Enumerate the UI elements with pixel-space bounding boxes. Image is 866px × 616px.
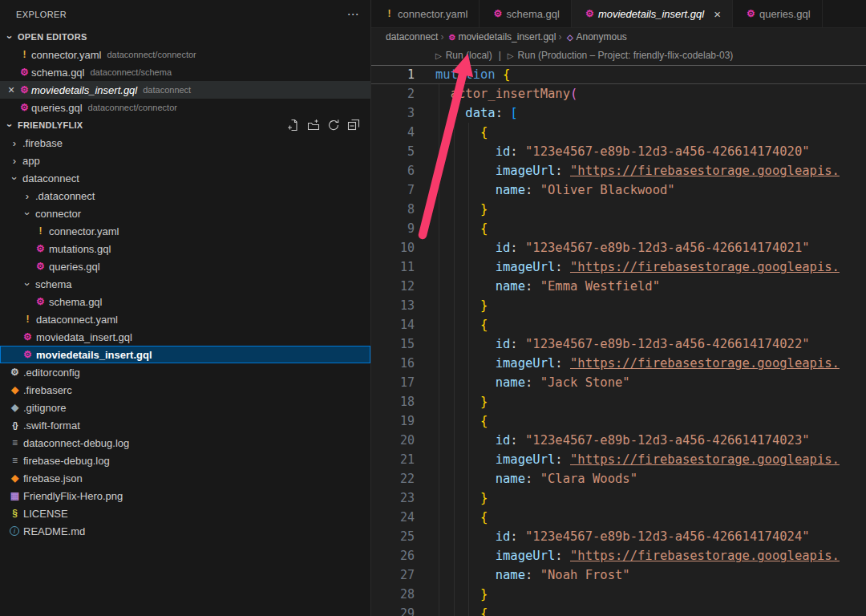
tree-item[interactable]: ›connector xyxy=(0,205,370,222)
tree-item[interactable]: ›schema xyxy=(0,275,370,293)
open-editors-header[interactable]: › OPEN EDITORS xyxy=(0,28,370,46)
code-line[interactable]: 29 { xyxy=(371,604,866,616)
code-line[interactable]: 27 name: "Noah Frost" xyxy=(371,565,866,585)
tree-item[interactable]: ≡firebase-debug.log xyxy=(0,452,370,469)
code-line[interactable]: 14 { xyxy=(371,315,866,334)
explorer-sidebar: EXPLORER ⋯ › OPEN EDITORS !connector.yam… xyxy=(0,0,371,616)
code-line[interactable]: 28 } xyxy=(371,585,866,604)
gql-icon: ⚙ xyxy=(34,243,47,254)
tree-item[interactable]: ▦FriendlyFlix-Hero.png xyxy=(0,487,370,505)
file-name: .swift-format xyxy=(23,419,80,432)
code-line[interactable]: 9 { xyxy=(371,219,866,238)
line-number: 6 xyxy=(371,161,415,180)
tree-item[interactable]: ≡dataconnect-debug.log xyxy=(0,434,370,452)
tree-item[interactable]: ›app xyxy=(0,152,370,169)
run-local-link[interactable]: Run (local) xyxy=(446,50,492,61)
breadcrumb-item[interactable]: dataconnect xyxy=(386,31,438,43)
collapse-folders-button[interactable] xyxy=(347,119,360,132)
explorer-header: EXPLORER ⋯ xyxy=(0,0,370,28)
code-line[interactable]: 4 { xyxy=(371,123,866,142)
code-line[interactable]: 25 id: "123e4567-e89b-12d3-a456-42661417… xyxy=(371,527,866,546)
code-line[interactable]: 18 } xyxy=(371,392,866,411)
workspace-header[interactable]: › FRIENDLYFLIX xyxy=(0,116,370,134)
yaml-icon: ! xyxy=(34,225,47,237)
tree-item[interactable]: ›.dataconnect xyxy=(0,187,370,205)
code-line[interactable]: 10 id: "123e4567-e89b-12d3-a456-42661417… xyxy=(371,238,866,257)
tree-item[interactable]: ◆firebase.json xyxy=(0,469,370,487)
code-area[interactable]: 1mutation {2 actor_insertMany(3 data: [4… xyxy=(371,65,866,616)
tree-item[interactable]: !dataconnect.yaml xyxy=(0,310,370,328)
tree-item[interactable]: iREADME.md xyxy=(0,522,370,540)
breadcrumb-item[interactable]: ⚙moviedetails_insert.gql xyxy=(446,31,556,43)
line-number: 15 xyxy=(371,334,415,354)
tree-item[interactable]: ›dataconnect xyxy=(0,169,370,187)
open-editor-item[interactable]: ×⚙moviedetails_insert.gqldataconnect xyxy=(0,81,370,99)
code-line[interactable]: 19 { xyxy=(371,411,866,431)
tab-label: connector.yaml xyxy=(398,8,467,20)
line-content: mutation { xyxy=(435,65,510,84)
tree-item[interactable]: {}.swift-format xyxy=(0,416,370,434)
tree-item[interactable]: ›.firebase xyxy=(0,134,370,152)
file-name: mutations.gql xyxy=(49,243,111,255)
more-actions-icon[interactable]: ⋯ xyxy=(347,7,359,22)
line-number: 25 xyxy=(371,527,415,546)
line-content: name: "Clara Woods" xyxy=(435,469,637,488)
line-content: imageUrl: "https://firebasestorage.googl… xyxy=(435,161,840,180)
tree-item[interactable]: §LICENSE xyxy=(0,505,370,522)
close-icon[interactable]: × xyxy=(714,7,721,21)
tree-item[interactable]: ⚙schema.gql xyxy=(0,293,370,310)
code-line[interactable]: 5 id: "123e4567-e89b-12d3-a456-426614174… xyxy=(371,142,866,161)
editor-tab[interactable]: ⚙schema.gql xyxy=(480,0,571,27)
code-line[interactable]: 11 imageUrl: "https://firebasestorage.go… xyxy=(371,257,866,277)
gql-icon: ⚙ xyxy=(21,349,34,360)
code-line[interactable]: 24 { xyxy=(371,508,866,527)
breadcrumb-label: dataconnect xyxy=(386,31,438,43)
code-line[interactable]: 13 } xyxy=(371,296,866,315)
log-icon: ≡ xyxy=(8,455,22,466)
code-line[interactable]: 21 imageUrl: "https://firebasestorage.go… xyxy=(371,450,866,469)
code-line[interactable]: 22 name: "Clara Woods" xyxy=(371,469,866,488)
code-line[interactable]: 12 name: "Emma Westfield" xyxy=(371,277,866,296)
line-number: 22 xyxy=(371,469,415,488)
new-folder-button[interactable] xyxy=(307,119,320,132)
new-file-button[interactable] xyxy=(287,119,300,132)
tree-item[interactable]: ⚙mutations.gql xyxy=(0,240,370,257)
code-line[interactable]: 16 imageUrl: "https://firebasestorage.go… xyxy=(371,354,866,373)
line-number: 8 xyxy=(371,200,415,219)
close-icon[interactable]: × xyxy=(5,83,18,96)
editor-tab[interactable]: !connector.yaml xyxy=(371,0,480,27)
code-line[interactable]: 8 } xyxy=(371,200,866,219)
tree-item[interactable]: ◆.firebaserc xyxy=(0,381,370,399)
code-line[interactable]: 3 data: [ xyxy=(371,103,866,123)
tree-item[interactable]: ⚙moviedetails_insert.gql xyxy=(0,346,370,363)
run-production-link[interactable]: Run (Production – Project: friendly-flix… xyxy=(518,50,734,61)
code-line[interactable]: 1mutation { xyxy=(371,65,866,84)
collapse-folders-icon xyxy=(347,119,360,132)
file-name: queries.gql xyxy=(31,102,83,114)
tree-item[interactable]: !connector.yaml xyxy=(0,222,370,240)
code-line[interactable]: 20 id: "123e4567-e89b-12d3-a456-42661417… xyxy=(371,431,866,450)
open-editor-item[interactable]: ⚙queries.gqldataconnect/connector xyxy=(0,99,370,116)
editor-tab[interactable]: ⚙queries.gql xyxy=(733,0,823,27)
code-line[interactable]: 6 imageUrl: "https://firebasestorage.goo… xyxy=(371,161,866,180)
breadcrumb-item[interactable]: ◇Anonymous xyxy=(564,31,626,43)
code-line[interactable]: 23 } xyxy=(371,488,866,508)
editor-tab[interactable]: ⚙moviedetails_insert.gql× xyxy=(572,0,733,28)
code-line[interactable]: 17 name: "Jack Stone" xyxy=(371,373,866,392)
open-editor-item[interactable]: !connector.yamldataconnect/connector xyxy=(0,46,370,63)
tree-item[interactable]: ⚙.editorconfig xyxy=(0,363,370,381)
tree-item[interactable]: ⚙moviedata_insert.gql xyxy=(0,328,370,346)
tab-label: moviedetails_insert.gql xyxy=(598,8,704,20)
workspace-label: FRIENDLYFLIX xyxy=(18,120,83,130)
code-line[interactable]: 15 id: "123e4567-e89b-12d3-a456-42661417… xyxy=(371,334,866,354)
line-number: 10 xyxy=(371,238,415,257)
tree-item[interactable]: ◆.gitignore xyxy=(0,399,370,416)
tree-item[interactable]: ⚙queries.gql xyxy=(0,257,370,275)
code-line[interactable]: 26 imageUrl: "https://firebasestorage.go… xyxy=(371,546,866,565)
refresh-button[interactable] xyxy=(327,119,340,132)
code-line[interactable]: 2 actor_insertMany( xyxy=(371,84,866,103)
open-editor-item[interactable]: ⚙schema.gqldataconnect/schema xyxy=(0,63,370,81)
code-line[interactable]: 7 name: "Oliver Blackwood" xyxy=(371,180,866,200)
file-path: dataconnect/connector xyxy=(107,50,196,59)
file-name: .gitignore xyxy=(23,402,66,414)
